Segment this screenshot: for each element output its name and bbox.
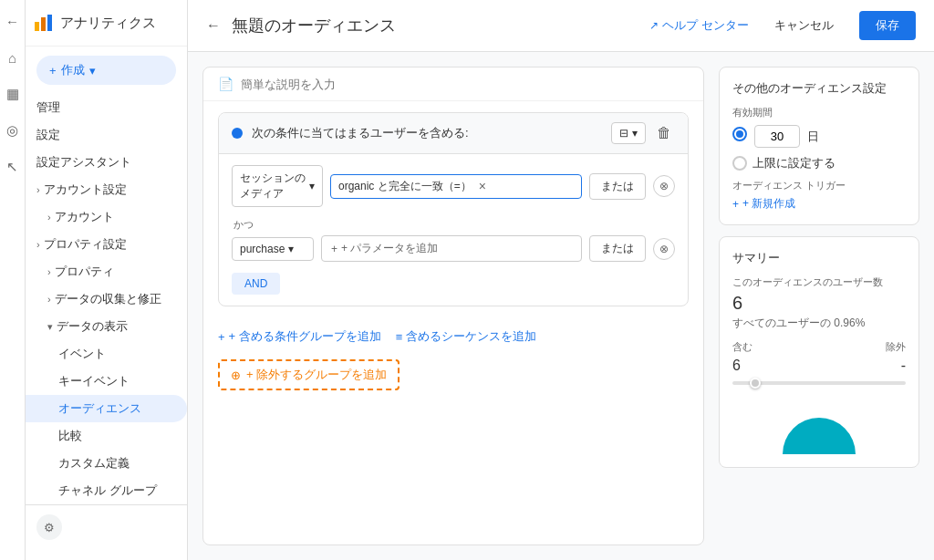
svg-rect-1 [41,17,46,31]
sidebar-item-label: アカウント設定 [44,181,127,198]
days-row: 日 [732,125,906,148]
filter-value-close-1[interactable]: × [479,179,486,193]
inc-exc-labels: 含む 除外 [732,340,906,354]
user-percent: すべてのユーザーの 0.96% [732,316,906,331]
sidebar-item-label: キーイベント [58,373,130,389]
radio-30-days[interactable] [732,127,747,141]
help-label: ヘルプ センター [662,17,749,34]
create-button[interactable]: + 作成 ▾ [36,56,176,85]
exclude-value: - [901,358,906,374]
sidebar-item-label: オーディエンス [58,400,141,417]
sidebar-item-key-events[interactable]: キーイベント [26,368,187,395]
filter-remove-button-1[interactable]: ⊗ [653,175,675,197]
trigger-label: オーディエンス トリガー [732,179,906,192]
sidebar-property[interactable]: › プロパティ [26,258,187,285]
sidebar-account[interactable]: › アカウント [26,203,187,231]
sidebar-item-compare[interactable]: 比較 [26,422,187,450]
sidebar-data-display[interactable]: ▾ データの表示 [26,313,187,340]
filter-or-button-2[interactable]: または [589,235,646,262]
sidebar-property-settings[interactable]: › プロパティ設定 [26,231,187,258]
add-seq-label: 含めるシーケンスを追加 [406,328,536,345]
filter-add-param-button[interactable]: + + パラメータを追加 [321,235,582,262]
filter-row-2: purchase ▾ + + パラメータを追加 または ⊗ [232,235,675,262]
cursor-icon[interactable]: ↖ [3,157,23,177]
sidebar-item-settings[interactable]: 設定 [26,121,187,149]
filter-field-label-2: purchase [240,243,285,255]
search-icon[interactable]: ◎ [3,120,23,140]
settings-icon-bottom[interactable]: ⚙ [36,514,62,540]
scope-arrow-icon: ▾ [632,127,638,140]
filter-or-button-1[interactable]: または [589,173,646,200]
radio-limit[interactable]: 上限に設定する [732,155,906,171]
filter-field-select-1[interactable]: セッションのメディア ▾ [232,165,323,207]
sidebar-item-label: イベント [58,346,106,362]
description-input[interactable] [241,78,689,91]
new-trigger-button[interactable]: + + 新規作成 [732,196,795,212]
chart-container [732,390,906,454]
icon-strip: ← ⌂ ▦ ◎ ↖ [0,0,26,560]
filter-remove-button-2[interactable]: ⊗ [653,238,675,260]
scope-icon: ⊟ [619,127,628,140]
description-row: 📄 [203,67,703,101]
chart-icon[interactable]: ▦ [3,84,23,104]
sidebar-item-assistant[interactable]: 設定アシスタント [26,149,187,176]
audience-settings-card: その他のオーディエンス設定 有効期間 日 上限に設定する オーディエンス トリガ… [719,67,919,225]
sidebar-header: アナリティクス [26,0,187,47]
add-param-label: + パラメータを追加 [341,241,438,256]
sidebar-data-collection[interactable]: › データの収集と修正 [26,285,187,313]
add-group-label: + 含める条件グループを追加 [229,328,381,345]
filter-value-text-1: organic と完全に一致（=） [338,179,472,194]
exclude-row: ⊕ + 除外するグループを追加 [203,356,703,405]
sidebar-item-label: チャネル グループ [58,482,157,499]
sidebar-item-custom-def[interactable]: カスタム定義 [26,450,187,477]
expand-icon: › [47,212,51,223]
sidebar-item-label: 管理 [36,99,60,116]
include-value: 6 [732,358,741,374]
delete-condition-button[interactable]: 🗑 [653,123,675,143]
new-trigger-label: + 新規作成 [742,196,795,212]
sidebar-item-kanri[interactable]: 管理 [26,94,187,121]
condition-title: 次の条件に当てはまるユーザーを含める: [252,125,602,141]
user-count-label: このオーディエンスのユーザー数 [732,275,906,289]
days-unit: 日 [807,129,819,145]
scope-dropdown[interactable]: ⊟ ▾ [611,122,646,144]
topbar-back-button[interactable]: ← [206,17,221,34]
add-seq-button[interactable]: ≡ 含めるシーケンスを追加 [396,328,537,345]
sidebar-item-audience[interactable]: オーディエンス [26,395,187,422]
sidebar-item-label: プロパティ設定 [44,236,127,253]
sidebar-item-events[interactable]: イベント [26,340,187,368]
filter-value-row-1: organic と完全に一致（=） × [330,174,582,199]
sidebar-item-label: データの収集と修正 [55,291,161,307]
condition-group-header: 次の条件に当てはまるユーザーを含める: ⊟ ▾ 🗑 [219,113,688,154]
filter-field-select-2[interactable]: purchase ▾ [232,237,314,261]
filter-field-arrow-icon: ▾ [309,180,315,192]
slider-track[interactable] [732,381,906,385]
plus-icon: + [49,64,57,78]
cancel-button[interactable]: キャンセル [763,12,845,39]
sidebar-item-channel-groups[interactable]: チャネル グループ [26,477,187,504]
expand-icon: › [47,266,51,277]
sidebar-item-label: 設定 [36,127,60,143]
home-icon[interactable]: ⌂ [3,47,23,67]
topbar: ← 無題のオーディエンス ↗ ヘルプ センター キャンセル 保存 [188,0,934,52]
sidebar-account-settings[interactable]: › アカウント設定 [26,176,187,203]
add-group-button[interactable]: + + 含める条件グループを追加 [218,328,381,345]
help-link[interactable]: ↗ ヘルプ センター [649,17,749,34]
slider-thumb[interactable] [750,378,761,389]
expand-icon: › [47,294,51,305]
days-input[interactable] [754,125,800,148]
logo-icon [33,13,53,33]
exclude-label-right: 除外 [886,340,906,354]
radio-empty-icon [732,156,747,171]
exclude-button[interactable]: ⊕ + 除外するグループを追加 [218,359,400,390]
back-icon[interactable]: ← [3,11,23,31]
pie-chart [783,418,856,454]
filter-body: セッションのメディア ▾ organic と完全に一致（=） × または ⊗ か [219,154,688,306]
and-button[interactable]: AND [232,273,280,295]
main-content: ← 無題のオーディエンス ↗ ヘルプ センター キャンセル 保存 📄 [188,0,934,560]
right-panel: その他のオーディエンス設定 有効期間 日 上限に設定する オーディエンス トリガ… [719,67,919,545]
save-button[interactable]: 保存 [859,11,916,40]
radio-filled-icon [732,127,747,141]
page-title: 無題のオーディエンス [232,15,638,36]
doc-icon: 📄 [218,77,234,91]
